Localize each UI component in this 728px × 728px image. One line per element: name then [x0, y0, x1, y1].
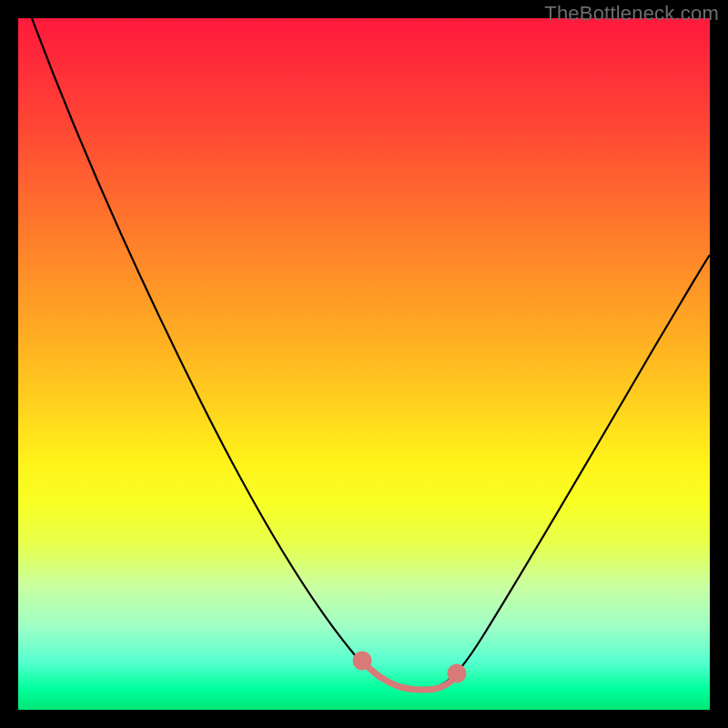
plot-svg: [18, 18, 710, 710]
svg-point-1: [450, 667, 463, 680]
watermark-text: TheBottleneck.com: [544, 2, 719, 25]
marker-segment: [356, 654, 463, 690]
plot-area: [18, 18, 710, 710]
main-curve: [32, 18, 710, 690]
chart-frame: TheBottleneck.com: [0, 0, 728, 728]
